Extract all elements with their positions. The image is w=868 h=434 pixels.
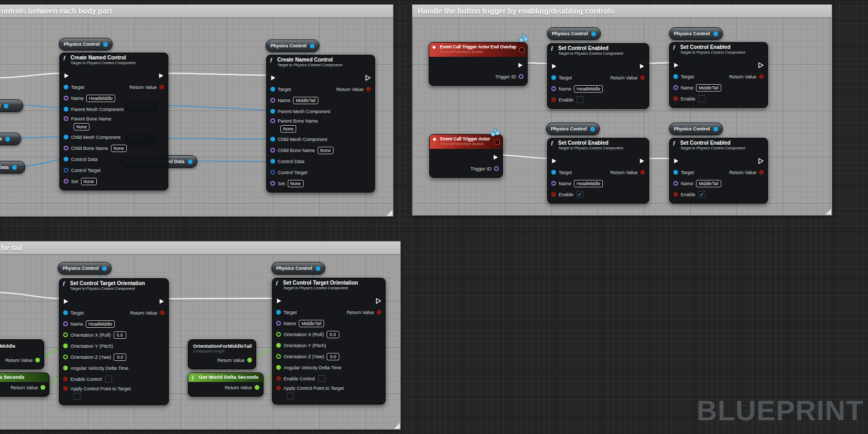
return-value-pin[interactable]	[640, 170, 645, 175]
node-get-world-delta-seconds[interactable]: ƒGet World Delta SecondsReturn Value	[188, 372, 264, 397]
trigger-id-pin[interactable]	[494, 166, 499, 171]
name-pin[interactable]	[673, 181, 678, 186]
orientation-x-roll-pin[interactable]	[276, 332, 281, 337]
target-pin[interactable]	[551, 75, 556, 80]
comment-title-bar[interactable]: ontrols between each body part	[0, 5, 393, 18]
enable-checkbox[interactable]: ✓	[577, 191, 583, 198]
value-box[interactable]: HeadMiddle	[86, 320, 115, 328]
orientation-x-roll-pin[interactable]	[63, 332, 68, 337]
variable-pill-middle[interactable]: Middle	[0, 133, 21, 145]
enable-checkbox[interactable]	[105, 376, 112, 382]
value-box[interactable]: 0.0	[114, 331, 126, 339]
node-header[interactable]: ƒSet Control EnabledTarget is Physics Co…	[548, 44, 649, 58]
exec-out-pin[interactable]	[493, 154, 499, 160]
exec-out-pin[interactable]	[518, 62, 523, 68]
enable-checkbox[interactable]	[577, 96, 583, 103]
node-header[interactable]: ƒSet Control Target OrientationTarget is…	[59, 279, 168, 293]
node-header[interactable]: ƒSet Control EnabledTarget is Physics Co…	[548, 138, 649, 153]
target-pin[interactable]	[551, 170, 556, 175]
comment-resize-handle[interactable]	[394, 423, 400, 429]
node-header[interactable]: ƒGet World Delta Seconds	[188, 373, 263, 382]
enable-pin[interactable]	[551, 192, 556, 197]
enable-checkbox[interactable]: ✓	[699, 191, 705, 198]
node-get-world-delta-seconds[interactable]: ƒGet World Delta SecondsReturn Value	[0, 372, 49, 397]
delegate-pin[interactable]	[519, 47, 524, 53]
target-pin[interactable]	[63, 310, 68, 315]
return-value-pin[interactable]	[759, 170, 764, 175]
angular-velocity-delta-time-pin[interactable]	[276, 365, 281, 370]
enable-pin[interactable]	[673, 96, 678, 101]
value-box[interactable]: MiddleTail	[299, 320, 324, 327]
value-box[interactable]: MiddleTail	[696, 84, 721, 92]
node-header[interactable]: ƒGet World Delta Seconds	[0, 373, 49, 382]
exec-out-pin[interactable]	[639, 63, 645, 69]
return-value-pin[interactable]	[640, 75, 645, 80]
orientation-y-pitch-pin[interactable]	[63, 344, 68, 348]
value-box[interactable]: None	[318, 147, 334, 154]
comment-resize-handle[interactable]	[825, 209, 831, 215]
target-pin[interactable]	[64, 85, 68, 89]
output-pin[interactable]	[310, 44, 315, 48]
value-box[interactable]: None	[288, 180, 304, 187]
value-box[interactable]: None	[280, 125, 296, 133]
component-pill-physics-control[interactable]: Physics Control	[547, 27, 601, 40]
control-target-pin[interactable]	[270, 170, 275, 175]
exec-in-pin[interactable]	[63, 298, 69, 305]
component-pill-physics-control[interactable]: Physics Control	[59, 38, 113, 51]
exec-in-pin[interactable]	[270, 75, 276, 81]
return-value-pin[interactable]	[366, 87, 371, 92]
exec-in-pin[interactable]	[673, 158, 679, 164]
apply-control-point-to-target-pin[interactable]	[276, 386, 281, 390]
node-set-control-target-orientation[interactable]: ƒSet Control Target OrientationTarget is…	[272, 278, 386, 405]
node-header[interactable]: ƒSet Control EnabledTarget is Physics Co…	[670, 43, 768, 57]
output-pin[interactable]	[316, 266, 320, 271]
node-event-call-trigger-actor-end-overlap[interactable]: ◆Event Call Trigger Actor End OverlapFro…	[429, 42, 528, 86]
target-pin[interactable]	[673, 170, 678, 175]
child-bone-name-pin[interactable]	[64, 146, 68, 150]
component-pill-physics-control[interactable]: Physics Control	[271, 262, 325, 275]
node-header[interactable]: ƒCreate Named ControlTarget is Physics C…	[267, 55, 375, 69]
node-header[interactable]: ƒSet Control Target OrientationTarget is…	[272, 278, 385, 292]
enable-pin[interactable]	[673, 192, 678, 197]
enable-checkbox[interactable]	[318, 375, 325, 382]
node-set-control-enabled[interactable]: ƒSet Control EnabledTarget is Physics Co…	[547, 138, 649, 204]
enable-checkbox[interactable]	[74, 393, 80, 400]
apply-control-point-to-target-pin[interactable]	[63, 386, 68, 391]
target-pin[interactable]	[673, 74, 678, 79]
output-pin[interactable]	[102, 266, 107, 271]
angular-velocity-delta-time-pin[interactable]	[63, 366, 68, 370]
output-pin[interactable]	[4, 104, 8, 108]
exec-out-pin[interactable]	[758, 158, 764, 164]
node-set-control-enabled[interactable]: ƒSet Control EnabledTarget is Physics Co…	[669, 42, 768, 108]
output-pin[interactable]	[591, 32, 596, 36]
return-value-pin[interactable]	[41, 385, 45, 390]
output-pin[interactable]	[590, 127, 595, 132]
return-value-pin[interactable]	[377, 310, 381, 315]
value-box[interactable]: MiddleTail	[293, 97, 318, 104]
component-pill-physics-control[interactable]: Physics Control	[58, 262, 112, 275]
return-value-pin[interactable]	[247, 358, 252, 362]
return-value-pin[interactable]	[759, 74, 764, 79]
trigger-id-pin[interactable]	[519, 74, 523, 79]
control-target-pin[interactable]	[64, 168, 68, 173]
parent-mesh-component-pin[interactable]	[270, 109, 275, 114]
parent-bone-name-pin[interactable]	[270, 118, 275, 123]
variable-pill-head[interactable]: Head	[0, 99, 23, 112]
control-data-pin[interactable]	[270, 159, 275, 164]
output-pin[interactable]	[188, 159, 193, 164]
value-box[interactable]: MiddleTail	[696, 180, 721, 187]
name-pin[interactable]	[276, 321, 281, 326]
exec-out-pin[interactable]	[159, 298, 165, 305]
component-pill-physics-control[interactable]: Physics Control	[669, 27, 723, 40]
exec-out-pin[interactable]	[376, 298, 381, 304]
delegate-pin[interactable]	[494, 139, 500, 145]
value-box[interactable]: HeadMiddle	[574, 180, 603, 187]
child-mesh-component-pin[interactable]	[270, 137, 275, 142]
name-pin[interactable]	[551, 181, 556, 186]
output-pin[interactable]	[713, 127, 718, 132]
output-pin[interactable]	[103, 42, 108, 47]
name-pin[interactable]	[551, 86, 556, 91]
node-set-control-enabled[interactable]: ƒSet Control EnabledTarget is Physics Co…	[547, 43, 649, 109]
exec-out-pin[interactable]	[758, 62, 764, 68]
component-pill-physics-control[interactable]: Physics Control	[669, 123, 723, 135]
